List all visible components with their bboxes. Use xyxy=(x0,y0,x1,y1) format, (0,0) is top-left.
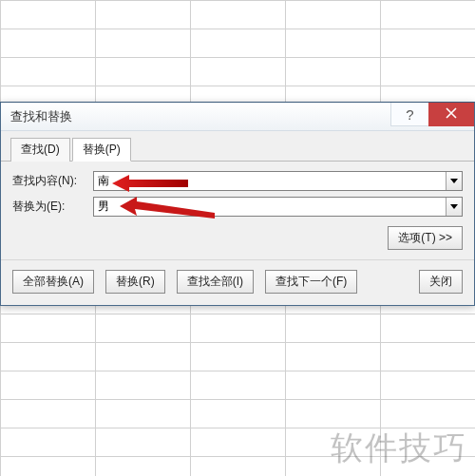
find-label: 查找内容(N): xyxy=(12,173,93,189)
find-replace-dialog: 查找和替换 ? 查找(D) 替换(P) 查找内容(N): xyxy=(0,102,475,306)
watermark: 软件技巧 xyxy=(331,427,467,470)
replace-row: 替换为(E): xyxy=(12,197,463,217)
help-button[interactable]: ? xyxy=(390,103,428,126)
replace-button[interactable]: 替换(R) xyxy=(105,270,165,294)
find-row: 查找内容(N): xyxy=(12,171,463,191)
dialog-title: 查找和替换 xyxy=(10,108,72,125)
tab-strip: 查找(D) 替换(P) xyxy=(1,131,474,162)
replace-combobox xyxy=(93,197,463,217)
replace-all-button[interactable]: 全部替换(A) xyxy=(12,270,94,294)
find-all-button[interactable]: 查找全部(I) xyxy=(177,270,254,294)
find-next-button[interactable]: 查找下一个(F) xyxy=(265,270,357,294)
replace-dropdown-button[interactable] xyxy=(446,198,462,216)
tab-body: 查找内容(N): 替换为(E): 选项(T) >> xyxy=(1,162,474,259)
close-icon xyxy=(446,107,457,122)
options-button[interactable]: 选项(T) >> xyxy=(388,226,463,250)
question-icon: ? xyxy=(406,106,413,123)
close-window-button[interactable] xyxy=(428,103,474,126)
find-dropdown-button[interactable] xyxy=(446,172,462,190)
options-row: 选项(T) >> xyxy=(12,226,463,250)
chevron-down-icon xyxy=(450,179,458,183)
window-controls: ? xyxy=(390,103,474,131)
dialog-titlebar[interactable]: 查找和替换 ? xyxy=(1,103,474,131)
close-button[interactable]: 关闭 xyxy=(419,270,463,294)
find-combobox xyxy=(93,171,463,191)
chevron-down-icon xyxy=(450,204,458,209)
tab-replace[interactable]: 替换(P) xyxy=(72,138,131,162)
replace-label: 替换为(E): xyxy=(12,199,93,215)
button-bar: 全部替换(A) 替换(R) 查找全部(I) 查找下一个(F) 关闭 xyxy=(1,259,474,305)
replace-input[interactable] xyxy=(94,198,446,216)
tab-find[interactable]: 查找(D) xyxy=(10,138,70,162)
find-input[interactable] xyxy=(94,172,446,190)
